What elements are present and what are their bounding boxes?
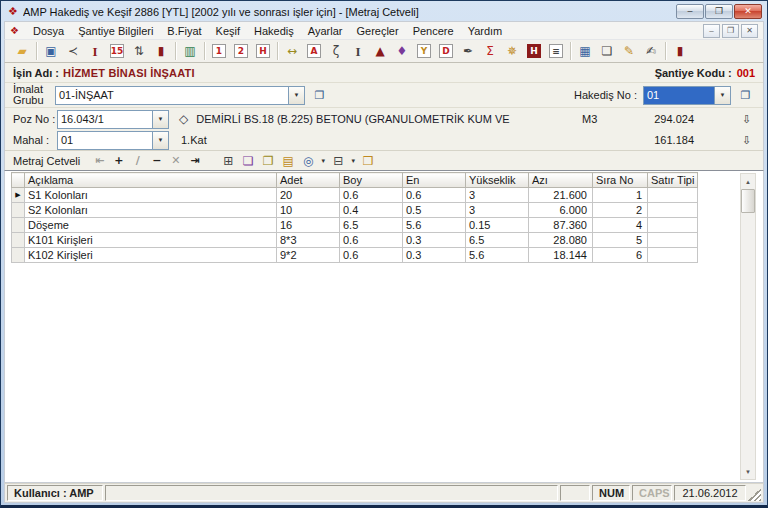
copy-form-icon[interactable]: ❏ xyxy=(596,41,618,61)
cell[interactable]: 6.000 xyxy=(529,203,593,218)
column-header-en[interactable]: En xyxy=(403,173,466,188)
menu-gerecler[interactable]: Gereçler xyxy=(349,23,405,39)
cell[interactable] xyxy=(648,248,698,263)
cell[interactable]: 20 xyxy=(277,188,340,203)
pin-icon[interactable]: ✒ xyxy=(457,41,479,61)
paste-icon[interactable]: ❐ xyxy=(258,152,278,169)
scrollbar-thumb[interactable] xyxy=(741,189,755,213)
last-record-icon[interactable]: ⇥ xyxy=(185,153,204,169)
cell[interactable]: 5 xyxy=(593,233,648,248)
signature-icon[interactable]: ✍ xyxy=(640,41,662,61)
column-icon[interactable]: Ι xyxy=(84,41,106,61)
cell[interactable]: 18.144 xyxy=(529,248,593,263)
table-row[interactable]: Döşeme 16 6.5 5.6 0.15 87.360 4 xyxy=(12,218,698,233)
cancel-edit-icon[interactable]: ✕ xyxy=(166,153,185,169)
page-d-icon[interactable]: D xyxy=(435,41,457,61)
column-header-yukseklik[interactable]: Yükseklik xyxy=(466,173,529,188)
poz-transfer-down-icon[interactable]: ⇩ xyxy=(738,111,755,127)
imalat-grubu-open-form-icon[interactable]: ❐ xyxy=(310,86,329,104)
hakedis-no-combobox[interactable]: 01 ▼ xyxy=(643,86,731,105)
column-header-satir-tipi[interactable]: Satır Tipi xyxy=(648,173,698,188)
cell[interactable]: 1 xyxy=(593,188,648,203)
cell[interactable]: S1 Kolonları xyxy=(25,188,277,203)
cell[interactable]: 3 xyxy=(466,188,529,203)
imalat-grubu-dropdown-icon[interactable]: ▼ xyxy=(288,87,304,104)
cell[interactable]: 3 xyxy=(466,203,529,218)
resize-grip[interactable] xyxy=(748,488,761,501)
imalat-grubu-value[interactable]: 01-İNŞAAT xyxy=(56,87,288,104)
menu-yardim[interactable]: Yardım xyxy=(461,23,510,39)
print-icon[interactable]: ⊟ xyxy=(328,152,348,169)
ink-icon[interactable]: ♦ xyxy=(391,41,413,61)
calendar-15-icon[interactable]: 15 xyxy=(106,41,128,61)
menu-dosya[interactable]: Dosya xyxy=(26,23,71,39)
cell[interactable]: 28.080 xyxy=(529,233,593,248)
cell[interactable]: 9*2 xyxy=(277,248,340,263)
cell[interactable]: 6 xyxy=(593,248,648,263)
cell[interactable]: 4 xyxy=(593,218,648,233)
cell[interactable]: 5.6 xyxy=(403,218,466,233)
cell[interactable]: 5.6 xyxy=(466,248,529,263)
column-header-aciklama[interactable]: Açıklama xyxy=(25,173,277,188)
cell[interactable]: K101 Kirişleri xyxy=(25,233,277,248)
mahal-combobox[interactable]: 01 ▼ xyxy=(57,131,169,150)
mdi-minimize-button[interactable]: – xyxy=(703,24,720,38)
minimize-button[interactable]: – xyxy=(676,4,704,19)
cell[interactable]: 0.3 xyxy=(403,248,466,263)
filter-settings-icon[interactable]: ⇅ xyxy=(128,41,150,61)
tree-branch-icon[interactable]: ≺ xyxy=(62,41,84,61)
cell[interactable]: Döşeme xyxy=(25,218,277,233)
cell[interactable]: S2 Kolonları xyxy=(25,203,277,218)
duplicate-icon[interactable]: ❒ xyxy=(358,152,378,169)
cell[interactable] xyxy=(648,218,698,233)
scroll-down-icon[interactable]: ▼ xyxy=(741,464,755,479)
column-header-boy[interactable]: Boy xyxy=(340,173,403,188)
menu-ayarlar[interactable]: Ayarlar xyxy=(301,23,350,39)
vertical-scrollbar[interactable]: ▲ ▼ xyxy=(740,173,756,480)
cell[interactable] xyxy=(648,233,698,248)
document-icon[interactable]: ≡ xyxy=(545,41,567,61)
cell[interactable]: 0.3 xyxy=(403,233,466,248)
lightning-icon[interactable]: ζ xyxy=(325,41,347,61)
cell[interactable] xyxy=(648,188,698,203)
table-row[interactable]: K101 Kirişleri 8*3 0.6 0.3 6.5 28.080 5 xyxy=(12,233,698,248)
clipboard-icon[interactable]: ▤ xyxy=(278,152,298,169)
pen-icon[interactable]: ✎ xyxy=(618,41,640,61)
edit-record-icon[interactable]: ∕ xyxy=(128,153,147,169)
mahal-dropdown-icon[interactable]: ▼ xyxy=(152,132,168,149)
cell[interactable]: K102 Kirişleri xyxy=(25,248,277,263)
cell[interactable]: 6.5 xyxy=(340,218,403,233)
cell[interactable]: 0.15 xyxy=(466,218,529,233)
sum-list-icon[interactable]: Σ xyxy=(479,41,501,61)
cell[interactable]: 8*3 xyxy=(277,233,340,248)
mdi-close-button[interactable]: ✕ xyxy=(741,24,758,38)
mdi-restore-button[interactable]: ❐ xyxy=(722,24,739,38)
cell[interactable]: 10 xyxy=(277,203,340,218)
hakedis-no-value[interactable]: 01 xyxy=(644,87,714,104)
cell[interactable]: 16 xyxy=(277,218,340,233)
menu-bfiyat[interactable]: B.Fiyat xyxy=(160,23,208,39)
cell[interactable]: 0.4 xyxy=(340,203,403,218)
page-h-icon[interactable]: H xyxy=(252,41,274,61)
column-header-azi[interactable]: Azı xyxy=(529,173,593,188)
page-y-icon[interactable]: Y xyxy=(413,41,435,61)
cell[interactable] xyxy=(648,203,698,218)
wand-icon[interactable]: ✵ xyxy=(501,41,523,61)
ibeam-icon[interactable]: I xyxy=(347,41,369,61)
book-icon[interactable]: ▮ xyxy=(150,41,172,61)
column-header-sira-no[interactable]: Sıra No xyxy=(593,173,648,188)
imalat-grubu-combobox[interactable]: 01-İNŞAAT ▼ xyxy=(55,86,305,105)
cell[interactable]: 21.600 xyxy=(529,188,593,203)
add-record-icon[interactable]: + xyxy=(109,153,128,169)
layout-columns-icon[interactable]: ⊞ xyxy=(218,152,238,169)
cell[interactable]: 0.6 xyxy=(403,188,466,203)
mdi-system-icon[interactable]: ❖ xyxy=(10,25,19,36)
scroll-up-icon[interactable]: ▲ xyxy=(741,174,755,189)
cell[interactable]: 6.5 xyxy=(466,233,529,248)
cell[interactable]: 0.5 xyxy=(403,203,466,218)
hakedis-no-open-form-icon[interactable]: ❐ xyxy=(736,86,755,104)
library-icon[interactable]: ▥ xyxy=(179,41,201,61)
mahal-value[interactable]: 01 xyxy=(58,132,152,149)
hakedis-no-dropdown-icon[interactable]: ▼ xyxy=(714,87,730,104)
open-folder-icon[interactable]: ▰ xyxy=(11,41,33,61)
